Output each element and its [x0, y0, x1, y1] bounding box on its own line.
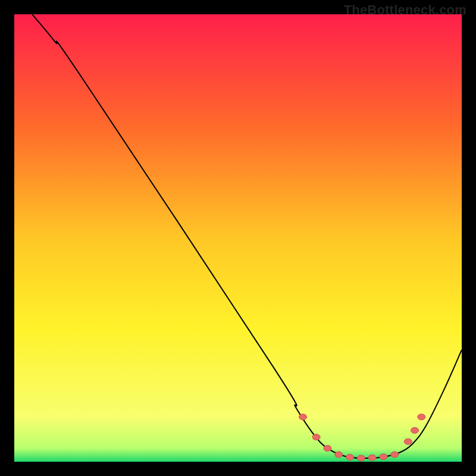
- data-marker: [380, 454, 387, 460]
- gradient-background: [14, 14, 462, 462]
- data-marker: [357, 455, 365, 461]
- data-marker: [346, 454, 354, 460]
- data-marker: [391, 452, 399, 458]
- data-marker: [312, 434, 320, 440]
- data-marker: [335, 452, 343, 458]
- data-marker: [404, 439, 412, 444]
- data-marker: [324, 445, 331, 451]
- chart-svg: [14, 14, 462, 462]
- plot-area: [14, 14, 462, 462]
- data-marker: [411, 427, 419, 433]
- data-marker: [299, 414, 307, 420]
- chart-container: TheBottleneck.com: [0, 0, 476, 476]
- data-marker: [418, 414, 425, 420]
- data-marker: [368, 455, 376, 461]
